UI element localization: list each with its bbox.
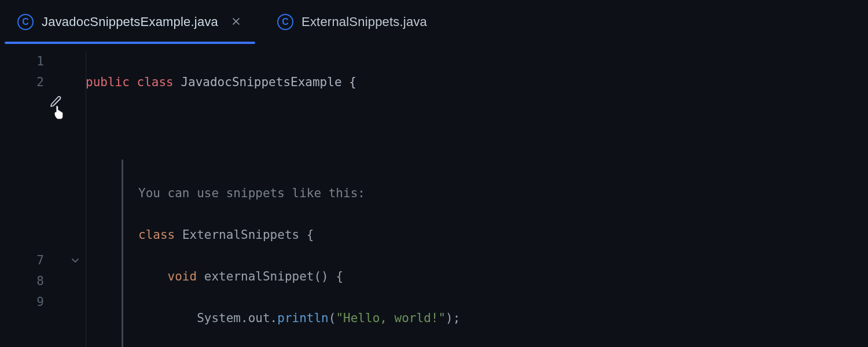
javadoc-block: You can use snippets like this: class Ex… — [122, 160, 868, 347]
line-number-text: 7 — [36, 253, 44, 267]
line-number[interactable]: 9 — [0, 291, 86, 312]
fold-icon[interactable] — [71, 256, 80, 265]
edit-icon[interactable] — [49, 94, 62, 115]
javadoc-snippet-line: void externalSnippet() { — [138, 266, 868, 287]
line-number[interactable]: 2 — [0, 72, 86, 93]
javadoc-snippet-line: class ExternalSnippets { — [138, 224, 868, 245]
tab-external-snippets[interactable]: C ExternalSnippets.java — [260, 0, 444, 44]
editor: 1 2 7 8 9 public class JavadocSnippetsEx… — [0, 44, 868, 347]
line-number[interactable]: 1 — [0, 51, 86, 72]
tab-bar: C JavadocSnippetsExample.java C External… — [0, 0, 868, 44]
java-class-icon: C — [17, 14, 34, 30]
line-number[interactable] — [0, 93, 86, 250]
java-class-icon: C — [277, 14, 293, 30]
code-area[interactable]: public class JavadocSnippetsExample { Yo… — [86, 44, 868, 347]
gutter: 1 2 7 8 9 — [0, 44, 86, 347]
indent-guide — [86, 51, 86, 347]
javadoc-snippet-line: System.out.println("Hello, world!"); — [138, 308, 868, 328]
javadoc-description: You can use snippets like this: — [138, 183, 868, 204]
tab-label: ExternalSnippets.java — [301, 14, 427, 29]
line-number[interactable]: 7 — [0, 250, 86, 271]
rendered-javadoc[interactable]: You can use snippets like this: class Ex… — [86, 160, 868, 347]
close-icon[interactable] — [230, 14, 242, 29]
tab-label: JavadocSnippetsExample.java — [42, 14, 218, 29]
line-number[interactable]: 8 — [0, 271, 86, 291]
code-line[interactable]: public class JavadocSnippetsExample { — [86, 72, 868, 93]
code-line[interactable] — [86, 113, 868, 134]
tab-javadoc-snippets-example[interactable]: C JavadocSnippetsExample.java — [0, 0, 260, 44]
